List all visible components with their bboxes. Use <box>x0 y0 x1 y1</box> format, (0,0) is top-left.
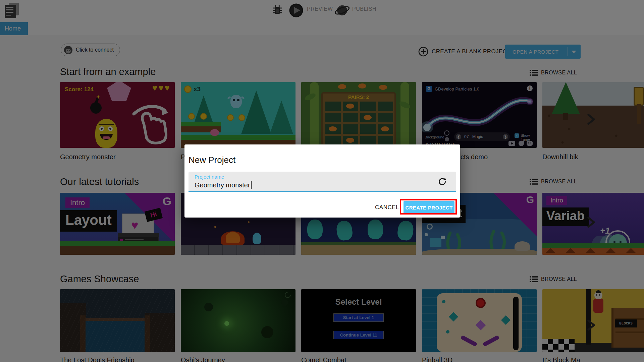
project-name-label: Project name <box>195 174 224 180</box>
text-cursor <box>251 181 252 189</box>
project-name-input[interactable]: Geometry monster <box>195 181 252 189</box>
project-name-field[interactable]: Project name Geometry monster <box>189 172 456 192</box>
annotation-highlight-box <box>400 199 457 215</box>
refresh-icon[interactable] <box>438 177 447 186</box>
gdevelop-window: PREVIEW PUBLISH Home Click to connect CR… <box>0 0 644 362</box>
dialog-title: New Project <box>189 155 235 165</box>
cancel-button[interactable]: CANCEL <box>375 201 399 214</box>
project-name-value: Geometry monster <box>195 181 250 189</box>
